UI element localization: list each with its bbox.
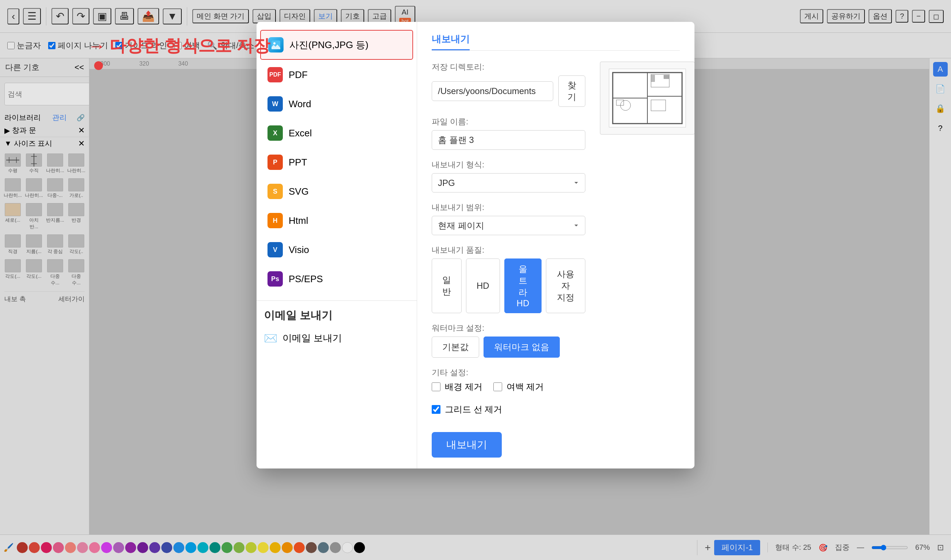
email-section-title: 이메일 보내기: [264, 308, 409, 323]
tab-export[interactable]: 내보내기: [432, 33, 470, 50]
quality-hd-btn[interactable]: HD: [466, 258, 500, 313]
margin-remove-checkbox[interactable]: [493, 382, 502, 391]
annotation-arrow-symbol: →: [88, 35, 106, 57]
modal-overlay: 사진(PNG,JPG 등) PDF PDF W Word X Excel P P…: [0, 0, 951, 560]
export-confirm-button[interactable]: 내보내기: [432, 432, 502, 458]
preview-svg: [607, 67, 687, 129]
format-select[interactable]: JPG PNG BMP: [432, 173, 585, 192]
dir-input[interactable]: [432, 81, 553, 101]
format-label-excel: Excel: [289, 128, 312, 139]
quality-custom-btn[interactable]: 사용자 지정: [546, 258, 585, 313]
svg-rect-18: [651, 75, 655, 82]
watermark-label: 워터마크 설정:: [432, 323, 585, 334]
modal-right-panel: 내보내기 저장 디렉토리: 찾기 파일 이름:: [417, 22, 695, 468]
format-label-pdf: PDF: [289, 69, 308, 81]
quality-label: 내보내기 품질:: [432, 245, 585, 255]
grid-remove-label[interactable]: 그리드 선 제거: [432, 404, 502, 415]
margin-remove-label[interactable]: 여백 제거: [493, 381, 544, 393]
format-group: 내보내기 형식: JPG PNG BMP: [432, 159, 585, 192]
range-select[interactable]: 현재 페이지 전체 페이지: [432, 216, 585, 235]
format-item-visio[interactable]: V Visio: [260, 235, 413, 264]
save-dir-group: 저장 디렉토리: 찾기: [432, 62, 585, 107]
quality-buttons: 일반 HD 울트라 HD 사용자 지정: [432, 258, 585, 313]
bg-remove-text: 배경 제거: [445, 381, 482, 393]
email-item[interactable]: ✉️ 이메일 보내기: [264, 328, 409, 348]
modal-left-panel: 사진(PNG,JPG 등) PDF PDF W Word X Excel P P…: [256, 22, 417, 468]
format-icon-ppt: P: [267, 155, 283, 170]
range-label: 내보내기 범위:: [432, 202, 585, 213]
format-item-ppt[interactable]: P PPT: [260, 148, 413, 177]
format-icon-ps: Ps: [267, 271, 283, 286]
email-section: 이메일 보내기 ✉️ 이메일 보내기: [256, 300, 417, 352]
quality-normal-btn[interactable]: 일반: [432, 258, 462, 313]
format-label-html: Html: [289, 215, 308, 226]
preview-section: [593, 62, 695, 458]
grid-remove-checkbox[interactable]: [432, 405, 440, 414]
format-item-svg[interactable]: S SVG: [260, 177, 413, 206]
format-list: 사진(PNG,JPG 등) PDF PDF W Word X Excel P P…: [256, 30, 417, 293]
format-icon-pdf: PDF: [267, 67, 283, 82]
format-label-photo: 사진(PNG,JPG 등): [289, 38, 369, 51]
red-dot: [94, 61, 103, 70]
email-icon: ✉️: [264, 332, 277, 345]
format-icon-excel: X: [267, 125, 283, 141]
margin-remove-text: 여백 제거: [506, 381, 544, 393]
annotation-arrow: → 다양한 형식으로 저장: [88, 35, 270, 57]
format-label-ppt: PPT: [289, 157, 307, 168]
format-label: 내보내기 형식:: [432, 159, 585, 170]
svg-rect-14: [664, 75, 669, 79]
watermark-buttons: 기본값 워터마크 없음: [432, 337, 585, 358]
format-item-word[interactable]: W Word: [260, 90, 413, 118]
other-settings-row: 배경 제거 여백 제거 그리드 선 제거: [432, 381, 585, 415]
format-item-excel[interactable]: X Excel: [260, 119, 413, 147]
grid-remove-text: 그리드 선 제거: [445, 404, 502, 415]
bg-remove-checkbox[interactable]: [432, 382, 440, 391]
browse-button[interactable]: 찾기: [558, 75, 585, 107]
format-icon-visio: V: [267, 242, 283, 257]
tab-bar: 내보내기: [432, 33, 680, 51]
range-group: 내보내기 범위: 현재 페이지 전체 페이지: [432, 202, 585, 235]
watermark-none-btn[interactable]: 워터마크 없음: [483, 337, 560, 358]
format-icon-svg: S: [267, 184, 283, 199]
format-icon-photo: [268, 37, 284, 52]
preview-area: [600, 62, 695, 135]
dir-row: 찾기: [432, 75, 585, 107]
export-modal: 사진(PNG,JPG 등) PDF PDF W Word X Excel P P…: [256, 22, 695, 468]
format-icon-word: W: [267, 96, 283, 112]
email-item-label: 이메일 보내기: [283, 332, 342, 345]
other-settings-group: 기타 설정: 배경 제거 여백 제거: [432, 367, 585, 415]
format-item-html[interactable]: H Html: [260, 206, 413, 235]
watermark-group: 워터마크 설정: 기본값 워터마크 없음: [432, 323, 585, 358]
other-settings-label: 기타 설정:: [432, 367, 585, 378]
format-item-pdf[interactable]: PDF PDF: [260, 60, 413, 89]
dir-label: 저장 디렉토리:: [432, 62, 585, 72]
filename-input[interactable]: [432, 130, 585, 150]
watermark-default-btn[interactable]: 기본값: [432, 337, 479, 358]
filename-label: 파일 이름:: [432, 116, 585, 127]
annotation-text: 다양한 형식으로 저장: [110, 35, 270, 57]
format-label-svg: SVG: [289, 186, 309, 197]
format-label-visio: Visio: [289, 244, 309, 255]
format-icon-html: H: [267, 213, 283, 228]
form-fields: 저장 디렉토리: 찾기 파일 이름: 내보내기 형식:: [432, 62, 585, 458]
format-item-ps[interactable]: Ps PS/EPS: [260, 265, 413, 293]
svg-point-7: [273, 42, 276, 45]
format-item-photo[interactable]: 사진(PNG,JPG 등): [260, 30, 413, 60]
format-label-ps: PS/EPS: [289, 274, 323, 285]
quality-ultrahd-btn[interactable]: 울트라 HD: [504, 258, 542, 313]
filename-group: 파일 이름:: [432, 116, 585, 150]
format-label-word: Word: [289, 98, 311, 110]
bg-remove-label[interactable]: 배경 제거: [432, 381, 482, 393]
content-area: 저장 디렉토리: 찾기 파일 이름: 내보내기 형식:: [432, 62, 680, 458]
quality-group: 내보내기 품질: 일반 HD 울트라 HD 사용자 지정: [432, 245, 585, 313]
